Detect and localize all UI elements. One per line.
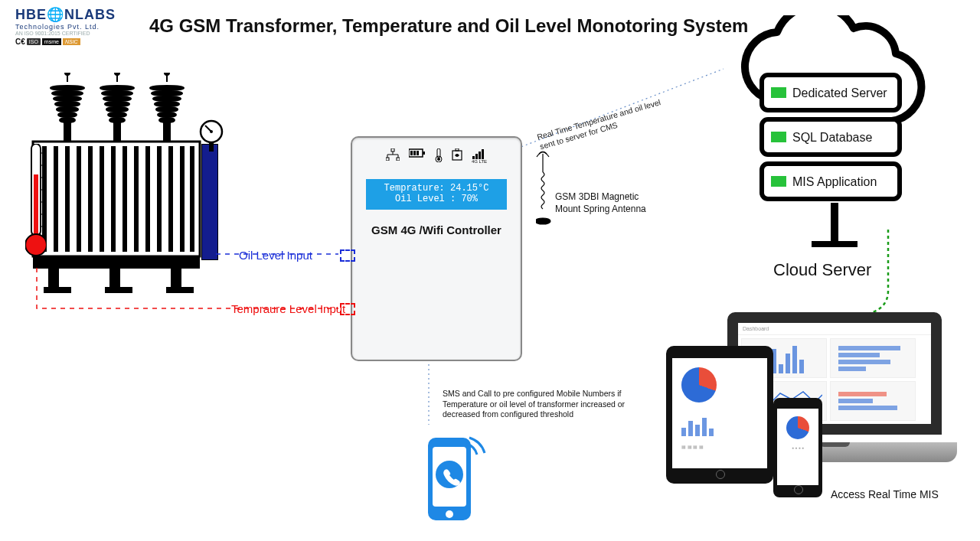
svg-rect-92 [771,132,786,142]
logo-cert-text: AN ISO 9001:2015 CERTIFIED [15,31,122,36]
client-devices: Dashboard ▦ ▦ ▦ ▦ [666,306,965,505]
svg-point-16 [106,107,128,112]
svg-rect-50 [171,269,181,287]
cloud-server-icon: Dedicated Server SQL Database MIS Applic… [716,15,946,217]
svg-point-1 [65,73,70,75]
diagram-title: 4G GSM Transformer, Temperature and Oil … [149,15,748,37]
controller-title: GSM 4G /Wifi Controller [352,223,521,236]
cloud-server-label: Cloud Server [773,260,871,280]
network-icon [386,148,400,164]
svg-rect-65 [209,142,214,152]
svg-rect-46 [48,269,59,287]
svg-point-7 [58,112,77,117]
certification-badges: C€ ISO msme NSIC [15,37,122,46]
svg-rect-95 [831,203,838,241]
svg-point-80 [437,158,440,161]
svg-rect-19 [114,122,120,141]
svg-point-2 [51,86,84,90]
logo-text-part1: HBE [15,7,47,22]
svg-point-14 [103,96,131,101]
svg-rect-49 [105,287,132,293]
svg-rect-72 [397,158,400,161]
svg-point-3 [52,91,83,96]
lcd-line2: Oil Level : 70% [366,194,507,204]
temperature-input-label: Tempraure Level Input [231,302,345,315]
svg-point-23 [152,91,182,96]
svg-rect-66 [391,148,394,152]
svg-point-11 [115,73,119,75]
globe-icon: 🌐 [47,7,64,22]
mis-access-label: Access Real Time MIS [831,488,939,500]
svg-rect-45 [33,256,200,269]
svg-rect-76 [413,151,416,155]
svg-rect-47 [44,287,71,293]
logo-text-part2: NLABS [64,7,116,22]
server-3-label: MIS Application [792,175,877,188]
server-2-label: SQL Database [792,131,872,144]
svg-rect-94 [771,176,786,187]
svg-point-88 [536,218,550,224]
svg-point-15 [105,102,129,106]
thermometer-small-icon [435,148,443,164]
lte-label: 4G LTE [472,159,487,164]
svg-rect-74 [423,152,425,155]
battery-icon [409,148,426,164]
server-stand-icon [812,203,858,256]
oil-can-icon [452,148,462,164]
smartphone-icon: ● ● ● ● [773,398,822,497]
oil-input-port [340,249,355,262]
svg-point-4 [54,96,81,101]
svg-point-54 [25,234,47,256]
svg-rect-53 [34,174,38,236]
tablet-icon: ▦ ▦ ▦ ▦ [666,346,773,484]
svg-rect-84 [475,154,478,159]
upload-note: Real Time Temperature and oil level sent… [536,95,674,152]
nsic-badge: NSIC [63,38,80,45]
server-1-label: Dedicated Server [792,86,887,99]
gsm-controller: 4G LTE Temprature: 24.15°C Oil Level : 7… [351,136,522,361]
oil-level-indicator-icon [201,144,218,260]
lcd-display: Temprature: 24.15°C Oil Level : 70% [366,179,507,210]
svg-point-17 [108,112,126,117]
svg-point-21 [165,73,169,75]
msme-badge: msme [42,38,61,45]
iso-badge: ISO [27,38,41,45]
transformer-icon [25,73,224,295]
svg-point-25 [155,102,179,106]
svg-point-6 [57,107,78,112]
svg-rect-90 [771,87,786,98]
svg-rect-82 [456,148,459,151]
signal-lte-icon: 4G LTE [472,148,487,164]
antenna-label: GSM 3DBI Magnetic Mount Spring Antenna [555,191,662,215]
svg-rect-96 [812,241,858,247]
svg-rect-71 [386,158,389,161]
pressure-gauge-icon [198,119,225,153]
company-logo: HBE🌐NLABS Technologies Pvt. Ltd. AN ISO … [15,6,122,46]
svg-point-99 [446,510,453,518]
thermometer-icon [25,144,47,263]
ce-badge: C€ [15,37,25,46]
oil-input-label: Oil Level Input [239,249,312,262]
phone-call-icon [417,429,486,528]
svg-point-26 [156,107,178,112]
svg-rect-48 [109,269,120,287]
svg-rect-29 [164,122,170,141]
svg-rect-9 [64,122,70,141]
svg-point-13 [102,91,132,96]
svg-point-24 [153,96,181,101]
svg-rect-75 [410,151,413,155]
logo-subtitle: Technologies Pvt. Ltd. [15,23,122,31]
svg-point-22 [150,86,184,90]
sms-alert-note: SMS and Call to pre configured Mobile Nu… [443,389,642,420]
svg-rect-77 [416,151,419,155]
svg-point-12 [100,86,134,90]
svg-point-64 [210,130,213,133]
svg-rect-86 [482,149,484,159]
svg-rect-51 [166,287,194,293]
svg-point-5 [55,102,80,106]
lcd-line1: Temprature: 24.15°C [366,183,507,194]
svg-point-27 [158,112,176,117]
svg-rect-85 [479,152,481,159]
temperature-input-port [340,303,355,315]
